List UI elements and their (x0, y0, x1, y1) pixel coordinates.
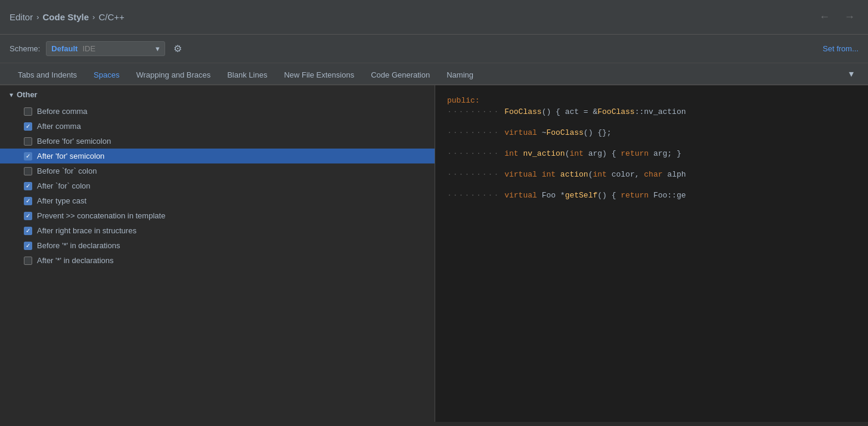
item-label-before-comma: Before comma (37, 107, 88, 116)
breadcrumb-cpp: C/C++ (98, 12, 124, 22)
checkbox-before-for-colon[interactable] (24, 167, 32, 175)
section-chevron-icon: ▾ (10, 91, 13, 99)
item-label-after-type-cast: After type cast (37, 196, 86, 205)
code-line-7 (435, 159, 868, 169)
code-line-9 (435, 180, 868, 190)
code-line-4: ········· virtual ~FooClass() {}; (435, 127, 868, 138)
checkbox-after-for-semicolon[interactable] (24, 152, 32, 160)
tab-code-generation[interactable]: Code Generation (362, 66, 438, 85)
tab-blank-lines[interactable]: Blank Lines (219, 66, 275, 85)
item-label-before-for-semicolon: Before 'for' semicolon (37, 137, 111, 146)
tab-naming[interactable]: Naming (438, 66, 482, 85)
item-after-for-colon[interactable]: After `for` colon (0, 178, 435, 193)
tab-tabs-and-indents[interactable]: Tabs and Indents (10, 66, 85, 85)
code-line-10: ········· virtual Foo *getSelf() { retur… (435, 190, 868, 201)
code-line-8: ········· virtual int action(int color, … (435, 169, 868, 180)
checkbox-after-for-colon[interactable] (24, 182, 32, 190)
item-label-prevent-concat: Prevent >> concatenation in template (37, 211, 165, 220)
scheme-label: Scheme: (10, 44, 40, 53)
scheme-type: IDE (82, 44, 95, 53)
scheme-dropdown-arrow: ▾ (156, 44, 160, 53)
tab-spaces[interactable]: Spaces (85, 66, 128, 85)
item-before-comma[interactable]: Before comma (0, 104, 435, 119)
other-section-header[interactable]: ▾ Other (0, 85, 435, 104)
breadcrumb-codestyle: Code Style (43, 12, 89, 22)
checkbox-after-comma[interactable] (24, 122, 32, 131)
scheme-row: Scheme: Default IDE ▾ ⚙ Set from... (0, 35, 868, 63)
gear-button[interactable]: ⚙ (171, 41, 184, 57)
back-button[interactable]: ← (816, 10, 833, 24)
item-before-star-decl[interactable]: Before '*' in declarations (0, 238, 435, 253)
checkbox-after-star-decl[interactable] (24, 257, 32, 265)
settings-panel: ▾ Other Before comma After comma Before … (0, 85, 435, 422)
tabs-more-button[interactable]: ▾ (844, 63, 858, 84)
set-from-link[interactable]: Set from... (823, 44, 858, 53)
tab-new-file-extensions[interactable]: New File Extensions (275, 66, 362, 85)
item-after-comma[interactable]: After comma (0, 119, 435, 134)
item-prevent-concat[interactable]: Prevent >> concatenation in template (0, 208, 435, 223)
breadcrumb-editor: Editor (10, 12, 33, 22)
code-line-3 (435, 118, 868, 127)
item-after-star-decl[interactable]: After '*' in declarations (0, 253, 435, 268)
checkbox-before-comma[interactable] (24, 107, 32, 116)
tabs-row: Tabs and Indents Spaces Wrapping and Bra… (0, 63, 868, 85)
navigation-arrows: ← → (816, 10, 858, 24)
item-label-after-right-brace: After right brace in structures (37, 226, 137, 235)
item-before-for-colon[interactable]: Before `for` colon (0, 163, 435, 178)
checkbox-after-right-brace[interactable] (24, 227, 32, 235)
forward-button[interactable]: → (841, 10, 858, 24)
item-label-after-for-semicolon: After 'for' semicolon (37, 152, 104, 160)
main-content: ▾ Other Before comma After comma Before … (0, 85, 868, 422)
item-before-for-semicolon[interactable]: Before 'for' semicolon (0, 134, 435, 149)
checkbox-after-type-cast[interactable] (24, 197, 32, 205)
item-label-before-for-colon: Before `for` colon (37, 166, 97, 175)
scheme-name: Default (51, 44, 78, 53)
breadcrumb: Editor › Code Style › C/C++ (10, 12, 816, 22)
section-title: Other (17, 90, 38, 99)
tab-wrapping-and-braces[interactable]: Wrapping and Braces (128, 66, 219, 85)
code-preview: public: ········· FooClass() { act = &Fo… (435, 85, 868, 422)
item-after-for-semicolon[interactable]: After 'for' semicolon (0, 149, 435, 163)
code-line-6: ········· int nv_action(int arg) { retur… (435, 148, 868, 159)
checkbox-before-star-decl[interactable] (24, 242, 32, 250)
item-label-before-star-decl: Before '*' in declarations (37, 241, 120, 250)
item-label-after-comma: After comma (37, 122, 81, 131)
checkbox-prevent-concat[interactable] (24, 212, 32, 220)
item-label-after-for-colon: After `for` colon (37, 181, 91, 190)
code-line-1: public: (435, 95, 868, 106)
code-line-2: ········· FooClass() { act = &FooClass::… (435, 106, 868, 118)
item-after-right-brace[interactable]: After right brace in structures (0, 223, 435, 238)
item-after-type-cast[interactable]: After type cast (0, 193, 435, 208)
header: Editor › Code Style › C/C++ ← → (0, 0, 868, 35)
scheme-dropdown[interactable]: Default IDE ▾ (46, 41, 165, 56)
item-label-after-star-decl: After '*' in declarations (37, 256, 114, 265)
code-line-5 (435, 138, 868, 148)
checkbox-before-for-semicolon[interactable] (24, 137, 32, 146)
